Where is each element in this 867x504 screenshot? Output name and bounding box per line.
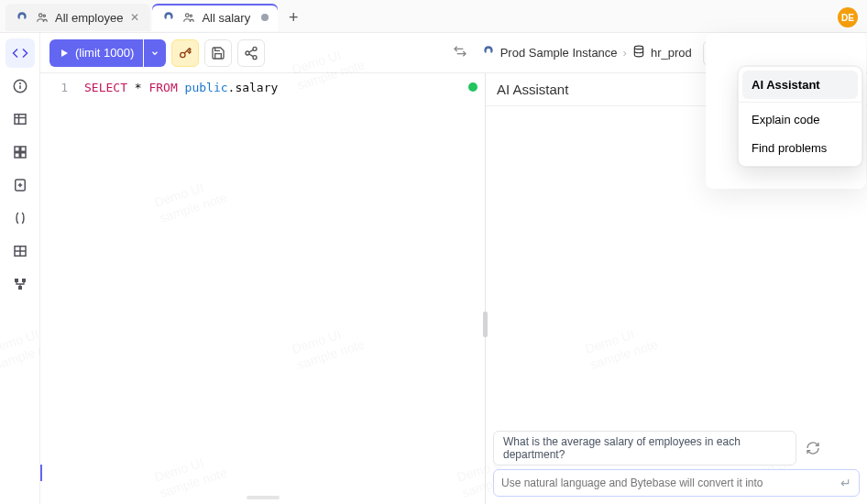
status-ok-icon — [468, 82, 477, 92]
share-icon[interactable] — [237, 39, 265, 67]
table-icon[interactable] — [5, 104, 35, 134]
tab-all-employee[interactable]: All employee ✕ — [5, 4, 150, 31]
instance-name[interactable]: Prod Sample Instance — [500, 46, 618, 60]
people-icon — [181, 10, 196, 25]
svg-rect-12 — [15, 153, 19, 158]
svg-rect-22 — [18, 286, 22, 290]
svg-point-6 — [19, 83, 20, 84]
svg-rect-13 — [20, 153, 25, 158]
info-icon[interactable] — [5, 71, 35, 101]
svg-marker-23 — [61, 49, 68, 57]
run-button[interactable]: (limit 1000) — [49, 39, 143, 67]
svg-line-28 — [249, 49, 254, 52]
database-icon — [632, 45, 645, 60]
ai-menu-item-explain[interactable]: Explain code — [742, 105, 858, 134]
svg-point-2 — [186, 14, 190, 16]
svg-line-29 — [249, 54, 254, 57]
tab-label: All salary — [202, 11, 250, 25]
svg-rect-7 — [15, 115, 26, 125]
assistant-text-field[interactable] — [501, 477, 840, 489]
svg-rect-20 — [15, 279, 18, 282]
people-icon — [35, 10, 49, 25]
tab-label: All employee — [55, 11, 123, 25]
save-icon[interactable] — [204, 39, 232, 67]
svg-rect-10 — [15, 147, 19, 151]
avatar[interactable]: DE — [838, 7, 858, 27]
code-icon[interactable] — [5, 38, 35, 68]
unsaved-indicator-icon — [261, 14, 269, 21]
run-label: (limit 1000) — [75, 46, 134, 60]
cursor-indicator — [40, 465, 42, 481]
sql-editor[interactable]: 1 SELECT * FROM public.salary — [40, 73, 485, 504]
postgres-icon — [161, 10, 176, 25]
enter-icon: ↵ — [840, 476, 851, 490]
assistant-input[interactable]: ↵ — [493, 469, 860, 497]
ai-menu: AI Assistant Explain code Find problems — [738, 66, 862, 167]
key-icon[interactable] — [171, 39, 199, 67]
svg-rect-21 — [22, 279, 26, 282]
svg-point-1 — [43, 15, 45, 16]
svg-point-25 — [253, 47, 257, 50]
svg-point-24 — [181, 52, 185, 57]
swap-icon[interactable] — [453, 44, 467, 61]
flow-icon[interactable] — [5, 269, 35, 299]
refresh-icon[interactable] — [804, 439, 821, 457]
line-gutter: 1 — [40, 73, 75, 504]
grid-icon[interactable] — [5, 236, 35, 266]
ai-menu-item-assistant[interactable]: AI Assistant — [742, 71, 858, 99]
chevron-down-icon — [150, 49, 159, 58]
svg-point-3 — [191, 15, 192, 16]
close-icon[interactable]: ✕ — [128, 11, 141, 24]
postgres-icon — [15, 10, 29, 25]
play-icon — [59, 48, 70, 59]
parentheses-icon[interactable] — [5, 203, 35, 233]
suggestion-chip[interactable]: What is the average salary of employees … — [493, 431, 796, 466]
svg-point-27 — [253, 55, 257, 59]
svg-rect-11 — [20, 147, 25, 151]
resize-handle-icon[interactable] — [247, 496, 280, 499]
svg-point-0 — [39, 14, 43, 16]
tabs-bar: All employee ✕ All salary + DE — [0, 0, 867, 33]
apps-icon[interactable] — [5, 137, 35, 167]
tab-all-salary[interactable]: All salary — [152, 4, 278, 31]
code-content: SELECT * FROM public.salary — [40, 73, 485, 94]
add-tab-button[interactable]: + — [280, 4, 307, 31]
svg-point-30 — [634, 46, 642, 49]
ai-menu-item-problems[interactable]: Find problems — [742, 134, 858, 162]
chevron-right-icon: › — [623, 46, 627, 60]
svg-point-26 — [246, 51, 249, 55]
add-file-icon[interactable] — [5, 170, 35, 200]
postgres-icon — [482, 45, 495, 60]
database-name[interactable]: hr_prod — [651, 46, 692, 60]
line-number: 1 — [40, 81, 68, 94]
left-rail — [0, 33, 40, 504]
run-options-button[interactable] — [144, 39, 166, 67]
